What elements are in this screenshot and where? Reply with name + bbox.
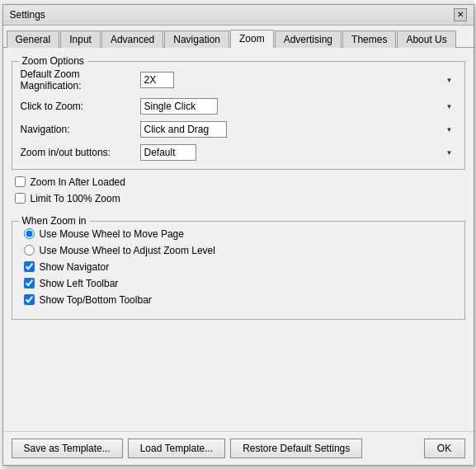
save-template-button[interactable]: Save as Template...	[12, 439, 123, 458]
tab-general[interactable]: General	[7, 30, 60, 48]
navigation-select-wrapper: Click and DragScrollNone	[140, 121, 456, 138]
when-zoom-checkbox-row-show-top-bottom-toolbar: Show Top/Bottom Toolbar	[21, 294, 456, 306]
checkbox-row-zoom-after-loaded: Zoom In After Loaded	[12, 176, 465, 188]
checkboxes-area: Zoom In After LoadedLimit To 100% Zoom	[12, 176, 465, 209]
restore-defaults-button[interactable]: Restore Default Settings	[230, 439, 362, 458]
navigation-row: Navigation: Click and DragScrollNone	[21, 121, 456, 138]
navigation-select[interactable]: Click and DragScrollNone	[140, 121, 227, 138]
click-to-zoom-select-wrapper: Single ClickDouble ClickNo Click	[140, 98, 456, 115]
zoom-buttons-select[interactable]: DefaultCustomNone	[140, 144, 196, 161]
when-zoom-label-show-top-bottom-toolbar: Show Top/Bottom Toolbar	[40, 294, 152, 306]
zoom-buttons-select-wrapper: DefaultCustomNone	[140, 144, 456, 161]
bottom-bar: Save as Template... Load Template... Res…	[3, 431, 474, 465]
default-zoom-row: Default Zoom Magnification: 1X2X3X4X	[21, 68, 456, 91]
tab-zoom[interactable]: Zoom	[230, 30, 274, 48]
settings-window: Settings ✕ GeneralInputAdvancedNavigatio…	[2, 4, 474, 466]
radio-label-use-mouse-wheel-move: Use Mouse Wheel to Move Page	[40, 228, 184, 240]
click-to-zoom-label: Click to Zoom:	[21, 101, 140, 112]
zoom-buttons-label: Zoom in/out buttons:	[21, 147, 140, 158]
tab-input[interactable]: Input	[60, 30, 101, 48]
ok-button[interactable]: OK	[424, 439, 465, 458]
content-area: Zoom Options Default Zoom Magnification:…	[3, 48, 474, 431]
default-zoom-select[interactable]: 1X2X3X4X	[140, 72, 174, 88]
when-zoom-label-show-left-toolbar: Show Left Toolbar	[40, 278, 119, 289]
radio-row-use-mouse-wheel-adjust: Use Mouse Wheel to Adjust Zoom Level	[21, 245, 456, 256]
zoom-options-group: Zoom Options Default Zoom Magnification:…	[12, 61, 465, 170]
checkbox-label-zoom-after-loaded: Zoom In After Loaded	[31, 176, 125, 188]
tab-about-us[interactable]: About Us	[397, 30, 455, 48]
when-zoom-in-group: When Zoom in Use Mouse Wheel to Move Pag…	[12, 221, 465, 320]
when-zoom-checkbox-row-show-left-toolbar: Show Left Toolbar	[21, 278, 456, 289]
when-zoom-in-title: When Zoom in	[19, 215, 90, 227]
tabs-bar: GeneralInputAdvancedNavigationZoomAdvert…	[3, 26, 474, 48]
when-zoom-checkbox-show-left-toolbar[interactable]	[24, 278, 35, 288]
tab-advanced[interactable]: Advanced	[101, 30, 163, 48]
tab-navigation[interactable]: Navigation	[164, 30, 229, 48]
click-to-zoom-row: Click to Zoom: Single ClickDouble ClickN…	[21, 98, 456, 115]
navigation-label: Navigation:	[21, 124, 140, 135]
load-template-button[interactable]: Load Template...	[128, 439, 226, 458]
radio-use-mouse-wheel-move[interactable]	[24, 228, 35, 239]
title-bar: Settings ✕	[3, 5, 474, 26]
checkbox-label-limit-100: Limit To 100% Zoom	[31, 193, 120, 204]
when-zoom-label-show-navigator: Show Navigator	[40, 261, 110, 273]
when-zoom-checkbox-show-top-bottom-toolbar[interactable]	[24, 294, 35, 305]
checkbox-zoom-after-loaded[interactable]	[15, 176, 26, 187]
default-zoom-select-wrapper: 1X2X3X4X	[140, 72, 456, 88]
when-zoom-checkbox-row-show-navigator: Show Navigator	[21, 261, 456, 273]
zoom-options-title: Zoom Options	[19, 55, 87, 67]
tab-advertising[interactable]: Advertising	[275, 30, 342, 48]
when-zoom-checkbox-show-navigator[interactable]	[24, 261, 35, 272]
tab-themes[interactable]: Themes	[342, 30, 396, 48]
check-options-area: Show NavigatorShow Left ToolbarShow Top/…	[21, 261, 456, 306]
radio-options-area: Use Mouse Wheel to Move PageUse Mouse Wh…	[21, 228, 456, 256]
window-title: Settings	[10, 9, 45, 21]
radio-row-use-mouse-wheel-move: Use Mouse Wheel to Move Page	[21, 228, 456, 240]
radio-use-mouse-wheel-adjust[interactable]	[24, 245, 35, 256]
close-button[interactable]: ✕	[454, 8, 467, 21]
default-zoom-label: Default Zoom Magnification:	[21, 68, 140, 91]
zoom-buttons-row: Zoom in/out buttons: DefaultCustomNone	[21, 144, 456, 161]
checkbox-limit-100[interactable]	[15, 193, 26, 204]
click-to-zoom-select[interactable]: Single ClickDouble ClickNo Click	[140, 98, 218, 115]
radio-label-use-mouse-wheel-adjust: Use Mouse Wheel to Adjust Zoom Level	[40, 245, 215, 256]
checkbox-row-limit-100: Limit To 100% Zoom	[12, 193, 465, 204]
